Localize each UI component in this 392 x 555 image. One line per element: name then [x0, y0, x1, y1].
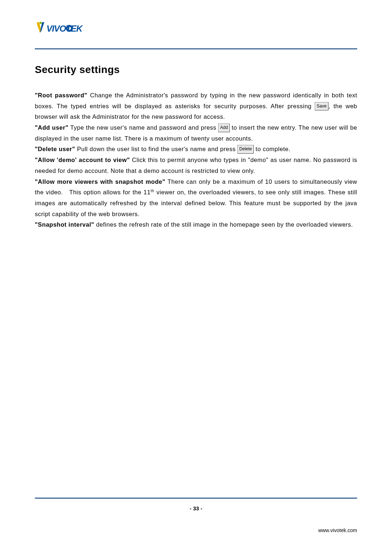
root-password-label: "Root password": [35, 92, 87, 98]
bottom-divider: [35, 498, 357, 499]
save-button-graphic: Save: [315, 102, 328, 111]
footer-url: www.vivotek.com: [318, 527, 357, 533]
svg-point-0: [40, 22, 42, 24]
delete-user-paragraph: "Delete user" Pull down the user list to…: [35, 144, 357, 155]
svg-text:VIVOTEK: VIVOTEK: [46, 24, 83, 33]
brand-logo: VIVOTEK: [35, 21, 357, 37]
delete-user-label: "Delete user": [35, 146, 75, 152]
allow-demo-paragraph: "Allow 'demo' account to view" Click thi…: [35, 155, 357, 176]
add-user-label: "Add user": [35, 124, 68, 131]
add-user-paragraph: "Add user" Type the new user's name and …: [35, 122, 357, 144]
snapshot-interval-paragraph: "Snapshot interval" defines the refresh …: [35, 219, 357, 230]
content-body: "Root password" Change the Administrator…: [35, 90, 357, 230]
add-button-graphic: Add: [218, 123, 229, 132]
allow-more-viewers-label: "Allow more viewers with snapshot mode": [35, 178, 166, 185]
root-password-paragraph: "Root password" Change the Administrator…: [35, 90, 357, 122]
allow-demo-label: "Allow 'demo' account to view": [35, 157, 130, 163]
page-heading: Security settings: [35, 64, 357, 76]
delete-button-graphic: Delete: [237, 145, 254, 154]
page-number: - 33 -: [0, 505, 392, 511]
snapshot-interval-label: "Snapshot interval": [35, 221, 94, 228]
allow-more-viewers-paragraph: "Allow more viewers with snapshot mode" …: [35, 177, 357, 220]
top-divider: [35, 48, 357, 49]
